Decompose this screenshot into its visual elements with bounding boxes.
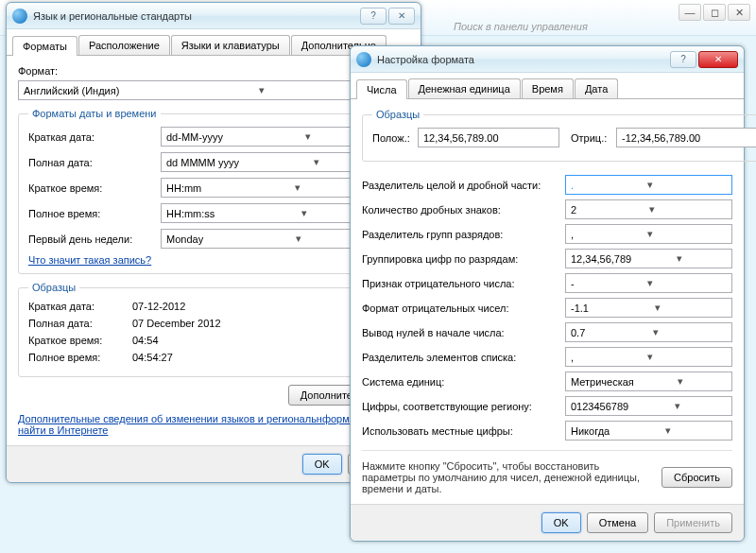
digits-label: Цифры, соответствующие региону: [362,401,565,412]
tab-keyboards[interactable]: Языки и клавиатуры [171,35,290,55]
format-value: Английский (Индия) [24,85,119,96]
short-time-value: HH:mm [166,182,201,194]
win1-title: Язык и региональные стандарты [33,10,360,22]
tab-date[interactable]: Дата [575,78,618,98]
bg-close-icon[interactable]: ✕ [728,4,750,21]
short-date-value: dd-MM-yyyy [166,131,223,143]
globe-icon [12,9,27,24]
negative-sample: -12,34,56,789.00 [616,128,756,147]
decimal-sep-combo[interactable]: .▾ [565,175,732,195]
win2-cancel-button[interactable]: Отмена [587,512,648,533]
win2-tabs: Числа Денежная единица Время Дата [351,73,744,99]
chevron-down-icon: ▾ [650,326,662,338]
first-day-label: Первый день недели: [28,233,161,245]
decimal-digits-combo[interactable]: 2▾ [565,199,732,219]
grouping-value: 12,34,56,789 [571,253,631,265]
neg-format-label: Формат отрицательных чисел: [362,302,565,314]
reset-text: Нажмите кнопку "Сбросить", чтобы восстан… [362,460,652,494]
win2-ok-button[interactable]: OK [541,512,581,533]
native-combo[interactable]: Никогда▾ [565,421,732,441]
long-date-value: dd MMMM yyyy [166,157,239,168]
win1-titlebar[interactable]: Язык и региональные стандарты ? ✕ [7,3,421,29]
sample-short-date-value: 07-12-2012 [132,301,185,312]
win2-help-icon[interactable]: ? [670,51,696,68]
neg-sign-combo[interactable]: -▾ [565,273,732,293]
chevron-down-icon: ▾ [675,375,686,388]
chevron-down-icon: ▾ [644,277,656,289]
win1-ok-button[interactable]: OK [302,454,342,475]
sample-long-time-label: Полное время: [28,352,132,363]
win2-close-icon[interactable]: ✕ [698,51,738,68]
long-time-label: Полное время: [28,208,161,219]
tab-currency[interactable]: Денежная единица [408,78,521,98]
bg-minimize-icon[interactable]: — [679,4,701,21]
sample-long-date-value: 07 December 2012 [132,318,221,329]
win2-apply-button[interactable]: Применить [654,512,732,533]
bg-maximize-icon[interactable]: ◻ [703,4,726,21]
neg-sign-label: Признак отрицательного числа: [362,278,565,289]
datefmt-legend: Форматы даты и времени [28,108,161,119]
win1-close-icon[interactable]: ✕ [388,8,415,25]
chevron-down-icon: ▾ [646,203,658,216]
grouping-label: Группировка цифр по разрядам: [362,253,565,265]
decimal-sep-label: Разделитель целой и дробной части: [362,180,565,191]
neg-format-value: -1.1 [571,302,589,314]
chevron-down-icon: ▾ [662,424,674,437]
measure-label: Система единиц: [362,376,565,388]
samples-legend: Образцы [28,282,79,293]
win2-sample-label: Образцы [372,109,423,120]
long-time-value: HH:mm:ss [166,208,215,219]
chevron-down-icon: ▾ [674,252,685,265]
background-search-placeholder[interactable]: Поиск в панели управления [454,21,588,32]
neg-format-combo[interactable]: -1.1▾ [565,298,732,318]
chevron-down-icon: ▾ [644,228,656,240]
tab-numbers[interactable]: Числа [356,79,407,99]
measure-value: Метрическая [571,376,634,388]
digits-combo[interactable]: 0123456789▾ [565,396,732,416]
reset-button[interactable]: Сбросить [662,467,732,488]
leading-zero-label: Вывод нулей в начале числа: [362,327,565,338]
list-sep-combo[interactable]: ,▾ [565,347,732,367]
chevron-down-icon: ▾ [293,233,304,245]
neg-sign-value: - [571,278,575,289]
grouping-combo[interactable]: 12,34,56,789▾ [565,249,732,268]
positive-label: Полож.: [372,132,418,144]
long-date-label: Полная дата: [28,157,161,168]
list-sep-label: Разделитель элементов списка: [362,352,565,363]
sample-short-date-label: Краткая дата: [28,301,132,312]
chevron-down-icon: ▾ [256,84,267,96]
tab-location[interactable]: Расположение [78,35,170,55]
win1-help-icon[interactable]: ? [360,8,387,25]
chevron-down-icon: ▾ [311,156,322,168]
chevron-down-icon: ▾ [299,207,310,219]
sample-long-time-value: 04:54:27 [132,352,173,363]
chevron-down-icon: ▾ [644,179,656,191]
short-date-label: Краткая дата: [28,131,161,143]
sample-short-time-label: Краткое время: [28,335,132,346]
leading-zero-value: 0.7 [571,327,585,338]
group-sep-combo[interactable]: ,▾ [565,224,732,244]
leading-zero-combo[interactable]: 0.7▾ [565,322,732,342]
sample-long-date-label: Полная дата: [28,318,132,329]
list-sep-value: , [571,352,574,363]
chevron-down-icon: ▾ [644,351,656,363]
measure-combo[interactable]: Метрическая▾ [565,372,732,391]
win2-titlebar[interactable]: Настройка формата ? ✕ [351,46,744,73]
decimal-digits-label: Количество дробных знаков: [362,204,565,216]
group-sep-value: , [571,229,574,240]
positive-sample: 12,34,56,789.00 [418,128,559,147]
chevron-down-icon: ▾ [652,302,663,314]
chevron-down-icon: ▾ [672,400,683,412]
native-value: Никогда [571,425,610,437]
tab-formats[interactable]: Форматы [12,36,77,56]
decimal-sep-value: . [571,180,574,191]
digits-value: 0123456789 [571,401,628,412]
negative-label: Отриц.: [571,132,616,144]
globe-icon [356,52,371,67]
notation-link[interactable]: Что значит такая запись? [28,254,399,266]
chevron-down-icon: ▾ [292,181,303,194]
sample-short-time-value: 04:54 [132,335,159,346]
win2-title: Настройка формата [377,54,670,65]
native-label: Использовать местные цифры: [362,425,565,437]
tab-time[interactable]: Время [522,78,574,98]
